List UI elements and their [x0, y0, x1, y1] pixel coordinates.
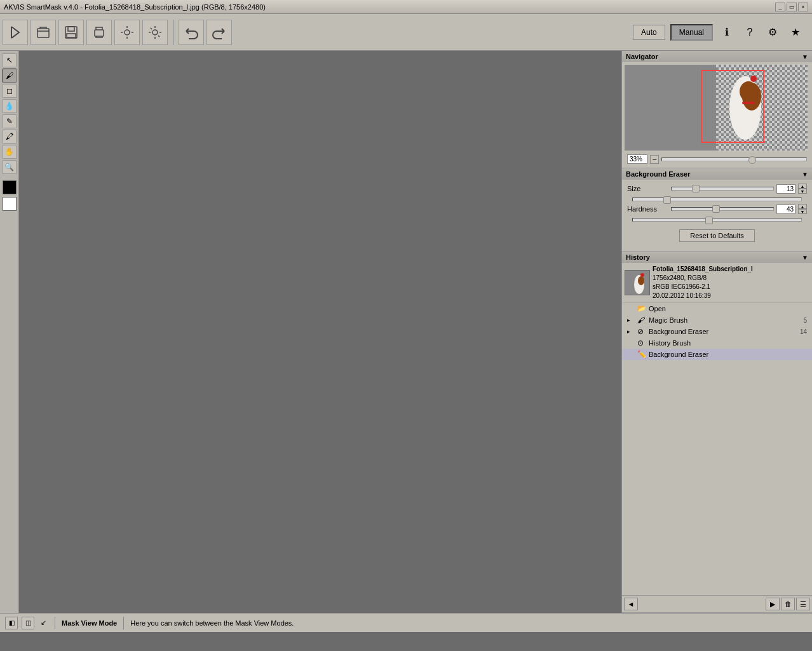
close-btn[interactable]: ×	[798, 3, 808, 11]
navigator-content: 33% −	[622, 62, 812, 168]
open-btn[interactable]	[30, 20, 56, 45]
pointer-tool[interactable]: ↖	[3, 53, 17, 67]
hardness-slider-thumb[interactable]	[712, 205, 720, 213]
hardness-label: Hardness	[627, 205, 668, 213]
brush-tool[interactable]: 🖌	[3, 69, 17, 83]
gear-btn[interactable]: ⚙	[764, 23, 782, 41]
undo-btn[interactable]	[179, 20, 204, 45]
dropper-tool[interactable]: 💧	[3, 99, 17, 113]
bg-eraser-header[interactable]: Background Eraser ▼	[622, 168, 812, 180]
help-btn[interactable]: ?	[741, 23, 759, 41]
svg-point-60	[740, 81, 757, 102]
bg-eraser-title: Background Eraser	[626, 170, 690, 178]
hist-list-btn[interactable]: ☰	[796, 598, 810, 610]
status-description: Here you can switch between the Mask Vie…	[130, 619, 294, 627]
info-btn[interactable]: ℹ	[718, 23, 736, 41]
bg-eraser-1-count: 14	[800, 328, 807, 335]
bg-eraser-2-icon: ✏️	[637, 350, 646, 359]
window-controls[interactable]: _ ▭ ×	[775, 3, 808, 11]
mask-view-btn-2[interactable]: ◫	[22, 617, 34, 629]
bg-color[interactable]	[3, 197, 17, 211]
svg-rect-4	[95, 30, 104, 36]
status-sep2	[123, 617, 124, 629]
history-brush-icon: ⊙	[637, 339, 646, 347]
zoom-minus-btn[interactable]: −	[650, 155, 659, 164]
expand-bg-eraser-1[interactable]: ▸	[627, 328, 635, 335]
eraser-tool[interactable]: ◻	[3, 84, 17, 98]
maximize-btn[interactable]: ▭	[787, 3, 797, 11]
status-sep	[55, 617, 55, 629]
expand-magic-brush[interactable]: ▸	[627, 317, 635, 323]
minimize-btn[interactable]: _	[775, 3, 785, 11]
hardness-down-btn[interactable]: ▼	[798, 209, 807, 214]
hist-back-btn[interactable]: ◄	[624, 598, 638, 610]
auto-mode-btn[interactable]: Auto	[633, 25, 665, 40]
manual-mode-btn[interactable]: Manual	[670, 24, 713, 41]
hardness-track-full[interactable]	[632, 218, 802, 222]
history-header[interactable]: History ▼	[622, 252, 812, 263]
history-content: Fotolia_15268418_Subscription_l 1756x248…	[622, 263, 812, 595]
zoom-value[interactable]: 33%	[627, 154, 647, 164]
history-item-bg-eraser-2[interactable]: ✏️ Background Eraser	[622, 349, 812, 360]
history-item-magic-brush[interactable]: ▸ 🖌 Magic Brush 5	[622, 314, 812, 326]
history-item-bg-eraser-1[interactable]: ▸ ⊘ Background Eraser 14	[622, 326, 812, 337]
hardness-value[interactable]: 43	[776, 205, 795, 214]
fg-color[interactable]	[3, 180, 17, 194]
magic-brush-count: 5	[803, 317, 807, 324]
reset-defaults-btn[interactable]: Reset to Defaults	[679, 229, 754, 242]
toolbar-separator-1	[173, 20, 173, 45]
main-toolbar: Auto Manual ℹ ? ⚙ ★	[0, 14, 812, 51]
pencil-tool[interactable]: ✎	[3, 114, 17, 128]
navigator-title: Navigator	[626, 53, 658, 60]
history-title: History	[626, 253, 650, 261]
redo-btn[interactable]	[206, 20, 232, 45]
size-track-full[interactable]	[632, 198, 802, 201]
history-file-name: Fotolia_15268418_Subscription_l	[653, 265, 753, 274]
settings-1-btn[interactable]	[114, 20, 140, 45]
navigator-section: Navigator ▼	[622, 51, 812, 168]
mask-view-btn-1[interactable]: ◧	[5, 617, 18, 629]
hardness-up-btn[interactable]: ▲	[798, 204, 807, 209]
bg-eraser-2-label: Background Eraser	[649, 351, 807, 358]
svg-rect-2	[68, 27, 74, 31]
history-file-info3: 20.02.2012 10:16:39	[653, 292, 753, 300]
svg-rect-0	[37, 29, 49, 37]
size-value[interactable]: 13	[776, 184, 795, 194]
size-slider-thumb[interactable]	[692, 185, 700, 192]
save-btn[interactable]	[58, 20, 84, 45]
history-item-history-brush[interactable]: ⊙ History Brush	[622, 337, 812, 349]
size-down-btn[interactable]: ▼	[798, 189, 807, 194]
hist-delete-btn[interactable]: 🗑	[781, 598, 795, 610]
svg-rect-62	[742, 102, 755, 104]
paint-tool[interactable]: 🖍	[3, 130, 17, 144]
bg-eraser-1-icon: ⊘	[637, 327, 646, 336]
settings-2-btn[interactable]	[142, 20, 168, 45]
print-btn[interactable]	[86, 20, 112, 45]
hardness-row: Hardness 43 ▲ ▼	[627, 204, 807, 214]
cut-tool-btn[interactable]	[3, 20, 28, 45]
title-bar: AKVIS SmartMask v.4.0 - Fotolia_15268418…	[0, 0, 812, 14]
size-up-btn[interactable]: ▲	[798, 184, 807, 189]
zoom-slider[interactable]	[661, 158, 807, 161]
hand-tool[interactable]: ✋	[3, 145, 17, 159]
left-toolbox: ↖ 🖌 ◻ 💧 ✎ 🖍 ✋ 🔍	[0, 51, 19, 613]
hist-play-btn[interactable]: ▶	[766, 598, 780, 610]
svg-point-66	[640, 273, 644, 277]
open-label: Open	[649, 305, 807, 312]
size-slider[interactable]	[671, 187, 774, 191]
star-btn[interactable]: ★	[787, 23, 804, 41]
zoom-tool[interactable]: 🔍	[3, 160, 17, 174]
navigator-header[interactable]: Navigator ▼	[622, 51, 812, 62]
history-file-info1: 1756x2480, RGB/8	[653, 274, 753, 283]
size-thumb-full[interactable]	[663, 196, 671, 204]
reset-btn-container: Reset to Defaults	[627, 224, 807, 247]
zoom-slider-thumb[interactable]	[748, 156, 756, 164]
svg-point-6	[152, 30, 158, 35]
magic-brush-icon: 🖌	[637, 316, 646, 325]
history-thumb	[625, 270, 650, 295]
hardness-thumb-full[interactable]	[705, 217, 713, 224]
history-item-open[interactable]: 📂 Open	[622, 303, 812, 314]
right-panel: Navigator ▼	[621, 51, 812, 613]
svg-point-5	[125, 30, 130, 35]
hardness-slider[interactable]	[671, 207, 774, 211]
